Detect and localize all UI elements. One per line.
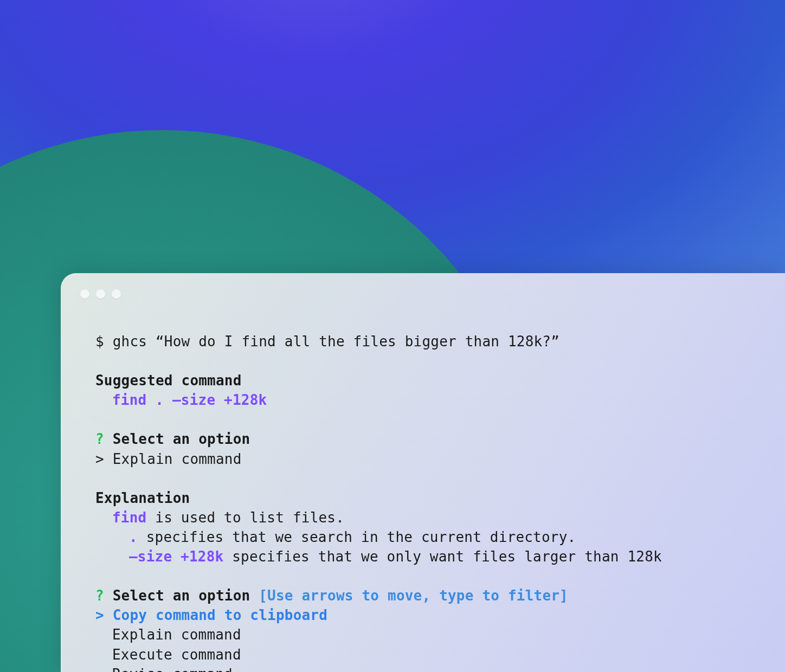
explanation-text: specifies that we search in the current … [138, 529, 576, 545]
option-label-selected: Copy command to clipboard [113, 607, 327, 623]
maximize-icon[interactable] [112, 289, 121, 299]
option-label: Explain command [112, 626, 241, 643]
close-icon[interactable] [80, 289, 89, 299]
option-explain-command: Explain command [113, 451, 242, 467]
question-mark-icon: ? [95, 431, 104, 447]
explanation-line-3: –size +128k specifies that we only want … [95, 547, 763, 566]
select-prompt-2: ? Select an option [Use arrows to move, … [95, 586, 763, 605]
token-find: find [112, 509, 146, 526]
token-size: –size +128k [129, 548, 223, 565]
option-label: Execute command [112, 647, 241, 663]
cursor-indicator: > [95, 607, 104, 623]
explanation-text: specifies that we only want files larger… [223, 548, 662, 565]
minimize-icon[interactable] [96, 289, 105, 299]
select-hint: [Use arrows to move, type to filter] [259, 587, 568, 604]
window-traffic-lights [80, 289, 121, 299]
question-mark-icon: ? [95, 587, 104, 604]
option-revise-command[interactable]: Revise command [95, 664, 763, 672]
terminal-body[interactable]: $ ghcs “How do I find all the files bigg… [95, 332, 763, 672]
explanation-text: is used to list files. [146, 509, 344, 526]
suggested-command: find . –size +128k [112, 392, 267, 408]
cursor-indicator: > [95, 451, 104, 467]
explanation-line-1: find is used to list files. [95, 508, 763, 527]
option-explain-command[interactable]: Explain command [95, 625, 763, 644]
terminal-window: $ ghcs “How do I find all the files bigg… [61, 273, 785, 672]
select1-choice[interactable]: > Explain command [95, 449, 763, 469]
prompt-line: $ ghcs “How do I find all the files bigg… [95, 332, 763, 351]
option-copy-clipboard[interactable]: > Copy command to clipboard [95, 605, 763, 625]
select-label: Select an option [113, 587, 250, 604]
token-dot: . [129, 529, 138, 545]
select-prompt-1: ? Select an option [95, 429, 763, 449]
suggested-heading: Suggested command [95, 371, 763, 390]
explanation-line-2: . specifies that we search in the curren… [95, 527, 763, 547]
select-label: Select an option [113, 431, 250, 447]
explanation-heading: Explanation [95, 488, 763, 508]
option-execute-command[interactable]: Execute command [95, 645, 763, 664]
option-label: Revise command [112, 666, 233, 672]
